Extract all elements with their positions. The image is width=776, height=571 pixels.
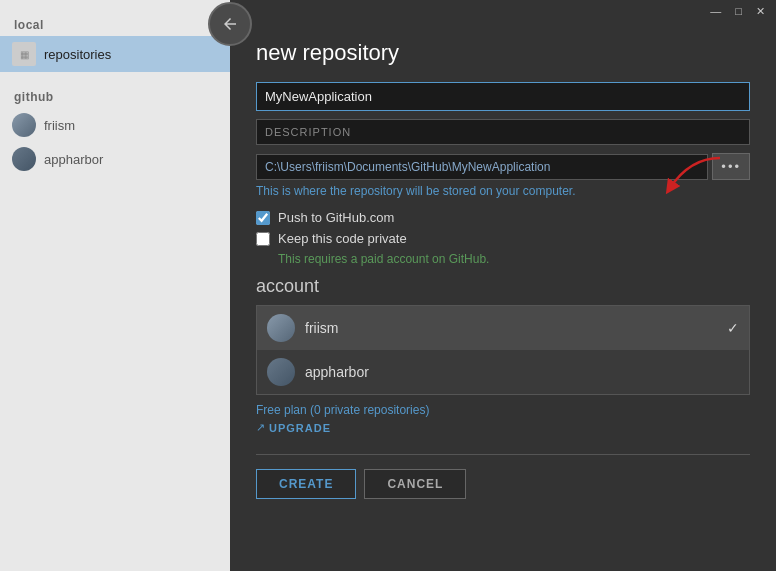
- account-list: friism ✓ appharbor: [256, 305, 750, 395]
- upgrade-icon: ↗: [256, 421, 265, 434]
- annotation-arrow: [650, 156, 730, 196]
- repo-name-input[interactable]: [256, 82, 750, 111]
- main-content: — □ ✕ new repository ••• This is where t…: [230, 0, 776, 571]
- check-mark-friism: ✓: [727, 320, 739, 336]
- account-name-appharbor: appharbor: [305, 364, 739, 380]
- back-icon: [221, 15, 239, 33]
- sidebar-repositories-label: repositories: [44, 47, 111, 62]
- account-item-friism[interactable]: friism ✓: [257, 306, 749, 350]
- account-avatar-friism: [267, 314, 295, 342]
- sidebar-item-repositories[interactable]: ▦ repositories: [0, 36, 230, 72]
- minimize-button[interactable]: —: [705, 4, 726, 19]
- window-controls: — □ ✕: [699, 0, 776, 23]
- account-avatar-appharbor: [267, 358, 295, 386]
- push-checkbox-row[interactable]: Push to GitHub.com: [256, 210, 750, 225]
- avatar-appharbor: [12, 147, 36, 171]
- avatar-friism: [12, 113, 36, 137]
- account-item-appharbor[interactable]: appharbor: [257, 350, 749, 394]
- description-input[interactable]: [256, 119, 750, 145]
- upgrade-row[interactable]: ↗ UPGRADE: [256, 421, 750, 434]
- path-input[interactable]: [256, 154, 708, 180]
- create-button[interactable]: CREATE: [256, 469, 356, 499]
- private-checkbox[interactable]: [256, 232, 270, 246]
- path-hint: This is where the repository will be sto…: [256, 184, 750, 198]
- upgrade-label[interactable]: UPGRADE: [269, 422, 331, 434]
- github-account-appharbor-label: appharbor: [44, 152, 103, 167]
- close-button[interactable]: ✕: [751, 4, 770, 19]
- restore-button[interactable]: □: [730, 4, 747, 19]
- sidebar-item-friism[interactable]: friism: [0, 108, 230, 142]
- sidebar-github-label: github: [0, 82, 230, 108]
- sidebar-item-appharbor[interactable]: appharbor: [0, 142, 230, 176]
- push-checkbox[interactable]: [256, 211, 270, 225]
- cancel-button[interactable]: CANCEL: [364, 469, 466, 499]
- dialog-area: new repository ••• This is where the rep…: [230, 10, 776, 571]
- account-section-label: account: [256, 276, 750, 297]
- bottom-buttons: CREATE CANCEL: [256, 469, 750, 499]
- divider: [256, 454, 750, 455]
- back-button[interactable]: [208, 2, 252, 46]
- account-name-friism: friism: [305, 320, 717, 336]
- dialog-title: new repository: [256, 40, 750, 66]
- sidebar-local-label: local: [0, 10, 230, 36]
- sidebar: local ▦ repositories github friism appha…: [0, 0, 230, 571]
- push-label[interactable]: Push to GitHub.com: [278, 210, 394, 225]
- private-label[interactable]: Keep this code private: [278, 231, 407, 246]
- free-plan-text: Free plan (0 private repositories): [256, 403, 750, 417]
- private-checkbox-row[interactable]: Keep this code private: [256, 231, 750, 246]
- github-account-friism-label: friism: [44, 118, 75, 133]
- repo-icon: ▦: [12, 42, 36, 66]
- private-hint: This requires a paid account on GitHub.: [278, 252, 750, 266]
- sidebar-github-section: github friism appharbor: [0, 82, 230, 176]
